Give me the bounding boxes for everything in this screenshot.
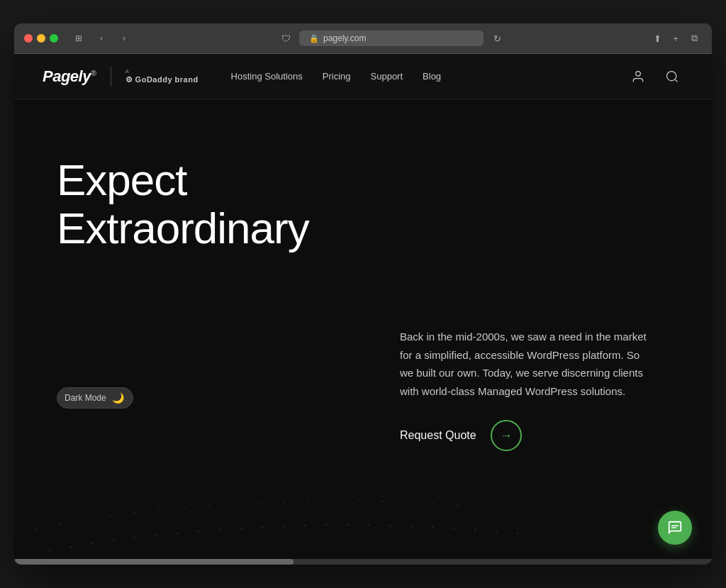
svg-point-49 <box>189 479 191 481</box>
svg-point-33 <box>233 504 235 505</box>
url-text: pagely.com <box>323 33 366 43</box>
svg-line-73 <box>110 513 135 516</box>
svg-point-57 <box>405 474 406 475</box>
svg-line-80 <box>156 508 184 536</box>
svg-point-8 <box>177 533 179 535</box>
svg-line-72 <box>85 516 110 520</box>
nav-link-pricing[interactable]: Pricing <box>323 71 351 82</box>
svg-point-87 <box>74 471 75 472</box>
close-button[interactable] <box>24 34 33 43</box>
svg-point-27 <box>84 519 86 521</box>
svg-point-39 <box>382 501 384 502</box>
svg-point-51 <box>243 475 245 477</box>
svg-point-110 <box>269 436 269 436</box>
dark-mode-toggle[interactable]: Dark Mode 🌙 <box>57 387 133 409</box>
svg-point-14 <box>304 525 306 527</box>
svg-point-52 <box>270 474 272 475</box>
svg-point-22 <box>474 529 476 531</box>
nav-link-support[interactable]: Support <box>371 71 403 82</box>
request-quote-link[interactable]: Request Quote <box>400 429 476 442</box>
svg-point-12 <box>262 526 264 528</box>
traffic-lights <box>24 34 58 43</box>
svg-point-11 <box>240 528 242 530</box>
svg-point-100 <box>21 465 21 465</box>
sidebar-toggle-button[interactable]: ⊞ <box>69 31 88 45</box>
svg-point-102 <box>70 453 71 454</box>
shield-icon[interactable]: 🛡 <box>278 31 294 45</box>
svg-point-106 <box>169 440 170 441</box>
reload-button[interactable]: ↻ <box>489 31 505 45</box>
svg-point-21 <box>453 528 455 530</box>
svg-point-98 <box>347 450 348 452</box>
hero-description: Back in the mid-2000s, we saw a need in … <box>400 328 655 400</box>
nav-link-hosting[interactable]: Hosting Solutions <box>231 71 303 82</box>
website-content: Pagely® A ⚙ GoDaddy brand Hosting Soluti… <box>14 54 712 565</box>
nav-link-blog[interactable]: Blog <box>423 71 441 82</box>
svg-point-4 <box>91 543 94 545</box>
scrollbar-thumb[interactable] <box>14 559 294 565</box>
svg-line-82 <box>199 504 234 531</box>
logo-text[interactable]: Pagely® <box>43 67 96 86</box>
svg-point-89 <box>123 463 125 465</box>
forward-button[interactable]: › <box>115 31 133 45</box>
nav-left: Pagely® A ⚙ GoDaddy brand Hosting Soluti… <box>43 67 441 87</box>
tabs-button[interactable]: ⧉ <box>686 31 702 45</box>
main-nav: Pagely® A ⚙ GoDaddy brand Hosting Soluti… <box>14 54 712 99</box>
svg-point-101 <box>45 458 46 459</box>
svg-line-79 <box>135 510 160 538</box>
svg-point-41 <box>432 503 433 504</box>
svg-point-45 <box>82 493 83 494</box>
search-icon[interactable] <box>661 65 683 88</box>
svg-line-63 <box>113 538 135 540</box>
svg-line-69 <box>241 527 262 528</box>
svg-point-18 <box>389 525 391 527</box>
svg-point-58 <box>432 475 433 477</box>
svg-point-16 <box>347 524 349 526</box>
svg-line-61 <box>71 543 92 547</box>
svg-point-0 <box>636 71 641 76</box>
new-tab-button[interactable]: + <box>668 31 683 45</box>
svg-line-66 <box>177 531 199 533</box>
svg-point-23 <box>496 531 498 533</box>
svg-line-70 <box>35 524 60 529</box>
godaddy-badge: A ⚙ GoDaddy brand <box>125 68 199 84</box>
svg-line-68 <box>220 528 241 530</box>
account-icon[interactable] <box>627 65 649 88</box>
svg-point-1 <box>667 71 676 80</box>
svg-point-96 <box>297 450 298 452</box>
svg-point-55 <box>351 472 352 474</box>
svg-line-74 <box>135 510 160 513</box>
svg-point-24 <box>517 533 519 535</box>
browser-titlebar: ⊞ ‹ › 🛡 🔒 pagely.com ↻ ⬆ + ⧉ <box>14 23 712 54</box>
svg-point-2 <box>49 550 51 552</box>
cta-arrow-button[interactable]: → <box>491 420 522 451</box>
svg-point-94 <box>247 453 249 454</box>
svg-line-78 <box>113 513 135 540</box>
address-bar-area: 🛡 🔒 pagely.com ↻ <box>140 30 642 46</box>
svg-line-60 <box>50 547 71 550</box>
address-bar[interactable]: 🔒 pagely.com <box>299 30 484 46</box>
svg-point-6 <box>134 537 136 539</box>
svg-point-108 <box>219 437 220 438</box>
svg-line-71 <box>60 520 85 524</box>
svg-point-30 <box>159 509 160 511</box>
godaddy-a-text: A <box>125 68 199 75</box>
back-button[interactable]: ‹ <box>92 31 111 45</box>
svg-point-37 <box>333 500 334 501</box>
svg-point-111 <box>294 436 294 436</box>
browser-window: ⊞ ‹ › 🛡 🔒 pagely.com ↻ ⬆ + ⧉ Pagely® <box>14 23 712 565</box>
maximize-button[interactable] <box>50 34 58 43</box>
minimize-button[interactable] <box>37 34 45 43</box>
svg-point-29 <box>134 512 135 514</box>
svg-point-9 <box>198 531 200 533</box>
svg-point-32 <box>208 505 210 506</box>
svg-point-105 <box>145 443 145 443</box>
svg-line-81 <box>177 506 209 533</box>
svg-point-3 <box>70 546 72 548</box>
share-icon[interactable]: ⬆ <box>649 31 665 45</box>
scrollbar[interactable] <box>14 559 712 565</box>
svg-point-44 <box>55 498 56 499</box>
chat-button[interactable] <box>658 511 692 545</box>
svg-point-19 <box>411 526 413 528</box>
browser-actions: ⬆ + ⧉ <box>649 31 702 45</box>
